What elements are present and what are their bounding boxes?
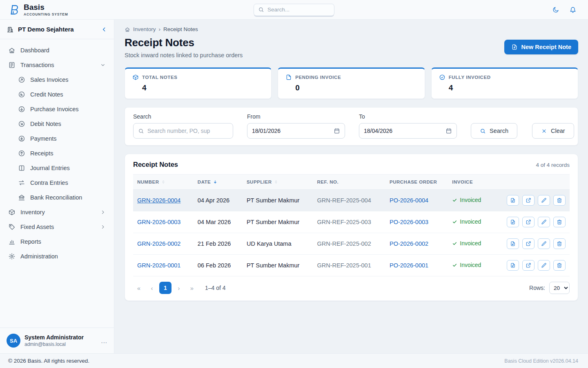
prev-page-button[interactable]: ‹ — [146, 282, 158, 294]
edit-button[interactable] — [538, 260, 550, 271]
from-date-input[interactable] — [252, 128, 330, 134]
chevron-right-icon — [100, 209, 106, 215]
po-link[interactable]: PO-2026-0001 — [390, 262, 428, 269]
sidebar: PT Demo Sejahtera Dashboard Transactions… — [0, 20, 114, 353]
new-receipt-note-button[interactable]: New Receipt Note — [504, 40, 578, 54]
to-date-box — [359, 123, 457, 139]
user-options-button[interactable]: ... — [101, 337, 107, 344]
table-row[interactable]: GRN-2026-0004 04 Apr 2026 PT Sumber Makm… — [133, 190, 570, 211]
breadcrumb-inventory[interactable]: Inventory — [133, 26, 156, 32]
view-note-button[interactable] — [507, 238, 519, 249]
column-header-number[interactable]: NUMBER — [133, 175, 194, 190]
sidebar-item-inventory[interactable]: Inventory — [5, 205, 109, 219]
first-page-button[interactable]: « — [133, 282, 145, 294]
invoiced-badge: Invoiced — [452, 197, 481, 203]
view-note-button[interactable] — [507, 217, 519, 227]
column-label: REF. NO. — [317, 180, 339, 184]
home-icon[interactable] — [125, 27, 130, 32]
column-header-actions — [503, 175, 570, 190]
calendar-icon[interactable] — [445, 128, 452, 134]
sidebar-item-reports[interactable]: Reports — [5, 235, 109, 249]
page-1-button[interactable]: 1 — [159, 282, 172, 294]
sidebar-item-journal-entries[interactable]: Journal Entries — [5, 161, 109, 175]
last-page-button[interactable]: » — [186, 282, 198, 294]
stat-value: 4 — [449, 83, 570, 92]
sidebar-item-receipts[interactable]: Receipts — [5, 146, 109, 160]
open-link-button[interactable] — [522, 217, 535, 227]
delete-button[interactable] — [553, 217, 566, 227]
notifications-button[interactable] — [568, 5, 577, 14]
brand[interactable]: Basis ACCOUNTING SYSTEM — [7, 3, 68, 16]
open-link-button[interactable] — [522, 195, 535, 206]
delete-button[interactable] — [553, 238, 566, 249]
global-search-input[interactable] — [267, 7, 330, 13]
open-link-button[interactable] — [522, 260, 535, 271]
grn-link[interactable]: GRN-2026-0004 — [137, 197, 180, 204]
column-header-date[interactable]: DATE — [194, 175, 243, 190]
sidebar-item-fixed-assets[interactable]: Fixed Assets — [5, 220, 109, 234]
credit-note-icon — [18, 91, 25, 98]
grn-link[interactable]: GRN-2026-0001 — [137, 262, 180, 269]
edit-button[interactable] — [538, 238, 550, 249]
sidebar-item-credit-notes[interactable]: Credit Notes — [5, 88, 109, 101]
view-note-button[interactable] — [507, 195, 519, 206]
calendar-icon[interactable] — [334, 128, 340, 134]
sidebar-item-label: Purchase Invoices — [30, 106, 78, 112]
search-button[interactable]: Search — [471, 123, 517, 139]
sidebar-item-bank-reconciliation[interactable]: Bank Reconciliation — [5, 191, 109, 204]
sidebar-item-purchase-invoices[interactable]: Purchase Invoices — [5, 102, 109, 116]
chevron-left-icon[interactable] — [101, 26, 107, 33]
company-selector[interactable]: PT Demo Sejahtera — [0, 20, 114, 39]
sidebar-item-administration[interactable]: Administration — [5, 249, 109, 263]
grn-link[interactable]: GRN-2026-0003 — [137, 219, 180, 225]
next-page-button[interactable]: › — [173, 282, 185, 294]
grn-link[interactable]: GRN-2026-0002 — [137, 240, 180, 247]
sidebar-item-debit-notes[interactable]: Debit Notes — [5, 117, 109, 131]
sidebar-item-label: Inventory — [20, 209, 45, 215]
column-header-invoice: INVOICE — [448, 175, 503, 190]
clear-button[interactable]: Clear — [532, 123, 574, 139]
table-row[interactable]: GRN-2026-0001 06 Feb 2026 PT Sumber Makm… — [133, 255, 570, 276]
sidebar-item-payments[interactable]: Payments — [5, 132, 109, 146]
delete-button[interactable] — [553, 195, 566, 206]
delete-button[interactable] — [553, 260, 566, 271]
sidebar-item-sales-invoices[interactable]: Sales Invoices — [5, 73, 109, 87]
po-link[interactable]: PO-2026-0004 — [390, 197, 428, 204]
user-menu[interactable]: SA System Administrator admin@basis.loca… — [0, 328, 114, 353]
breadcrumb-current: Receipt Notes — [163, 26, 198, 32]
sidebar-item-transactions[interactable]: Transactions — [5, 58, 109, 72]
po-link[interactable]: PO-2026-0003 — [390, 219, 428, 225]
table-row[interactable]: GRN-2026-0002 21 Feb 2026 UD Karya Utama… — [133, 233, 570, 255]
rows-per-page-select[interactable]: 20 — [549, 282, 570, 294]
pagination: « ‹ 1 › » 1–4 of 4 Rows: 20 — [125, 276, 578, 296]
table-row[interactable]: GRN-2026-0003 04 Mar 2026 PT Sumber Makm… — [133, 211, 570, 233]
to-date-input[interactable] — [364, 128, 442, 134]
copyright-text: © 2026 Basis. All rights reserved. — [8, 358, 89, 364]
brand-name: Basis — [24, 3, 68, 11]
from-date-label: From — [247, 113, 345, 120]
edit-button[interactable] — [538, 217, 550, 227]
po-link[interactable]: PO-2026-0002 — [390, 240, 428, 247]
open-link-button[interactable] — [522, 238, 535, 249]
new-receipt-note-label: New Receipt Note — [521, 44, 571, 50]
view-note-button[interactable] — [507, 260, 519, 271]
sort-desc-icon — [213, 180, 218, 184]
topbar-actions — [551, 5, 581, 14]
to-date-label: To — [359, 113, 457, 120]
filter-buttons: Search Clear — [471, 123, 574, 139]
cell-ref-no: GRN-REF-2025-003 — [313, 211, 385, 233]
brand-subtitle: ACCOUNTING SYSTEM — [24, 12, 68, 16]
sidebar-item-dashboard[interactable]: Dashboard — [5, 43, 109, 57]
document-icon — [510, 263, 516, 268]
column-header-supplier[interactable]: SUPPLIER — [243, 175, 313, 190]
stat-label: PENDING INVOICE — [295, 75, 341, 80]
row-actions — [507, 195, 566, 206]
page-header: Receipt Notes Stock inward notes linked … — [125, 36, 578, 58]
theme-toggle-button[interactable] — [551, 5, 560, 14]
search-filter-input[interactable] — [147, 128, 228, 134]
sidebar-item-contra-entries[interactable]: Contra Entries — [5, 176, 109, 190]
chevron-down-icon — [100, 62, 106, 68]
edit-button[interactable] — [538, 195, 550, 206]
row-actions — [507, 238, 566, 249]
contra-icon — [18, 179, 25, 186]
